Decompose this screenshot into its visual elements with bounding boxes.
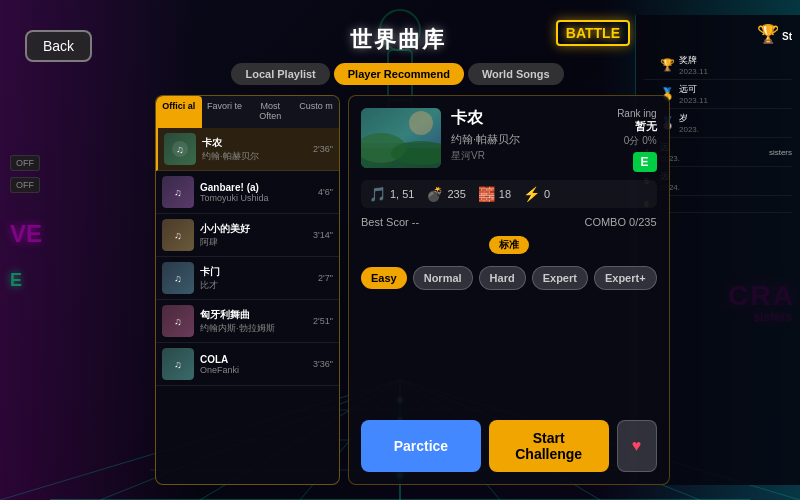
detail-cover <box>361 108 441 168</box>
list-tab-custom[interactable]: Custo m <box>293 96 339 128</box>
song-item-4[interactable]: ♫ 匈牙利舞曲 约翰内斯·勃拉姆斯 2'51" <box>156 300 339 343</box>
practice-button[interactable]: Parctice <box>361 420 481 472</box>
notes-icon: 🎵 <box>369 186 386 202</box>
back-button[interactable]: Back <box>25 30 92 62</box>
header: Back 世界曲库 <box>155 25 640 55</box>
stat-energy: ⚡ 0 <box>523 186 550 202</box>
song-artist-5: OneFanki <box>200 365 307 375</box>
song-name-4: 匈牙利舞曲 <box>200 308 307 322</box>
song-info-2: 小小的美好 阿肆 <box>200 222 307 249</box>
song-thumb-1: ♫ <box>162 176 194 208</box>
standard-badge: 标准 <box>489 236 529 254</box>
bombs-value: 235 <box>447 188 465 200</box>
diff-btn-expert-plus[interactable]: Expert+ <box>594 266 657 290</box>
svg-text:♫: ♫ <box>174 273 182 284</box>
svg-text:♫: ♫ <box>174 230 182 241</box>
song-artist-1: Tomoyuki Ushida <box>200 193 312 203</box>
song-detail-panel: 卡农 约翰·帕赫贝尔 星河VR Rank ing 暂无 0分 0% E 🎵 1,… <box>348 95 670 485</box>
song-info-1: Ganbare! (a) Tomoyuki Ushida <box>200 182 312 203</box>
walls-value: 18 <box>499 188 511 200</box>
tab-player-recommend[interactable]: Player Recommend <box>334 63 464 85</box>
tab-local-playlist[interactable]: Local Playlist <box>231 63 329 85</box>
song-artist-0: 约翰·帕赫贝尔 <box>202 150 307 163</box>
action-row: Parctice Start Challenge ♥ <box>361 420 657 472</box>
song-artist-3: 比才 <box>200 279 312 292</box>
song-thumb-4: ♫ <box>162 305 194 337</box>
svg-text:♫: ♫ <box>174 359 182 370</box>
combo-value: COMBO 0/235 <box>584 216 656 228</box>
list-tab-official[interactable]: Offici al <box>156 96 202 128</box>
off-label-2: OFF <box>10 177 40 193</box>
energy-value: 0 <box>544 188 550 200</box>
best-score-label: Best Scor -- <box>361 216 419 228</box>
song-list: ♫ 卡农 约翰·帕赫贝尔 2'36" ♫ <box>156 128 339 485</box>
difficulty-badge-e: E <box>633 152 657 172</box>
detail-rank-area: Rank ing 暂无 0分 0% E <box>617 108 656 172</box>
song-duration-2: 3'14" <box>313 230 333 240</box>
song-artist-2: 阿肆 <box>200 236 307 249</box>
list-tab-bar: Offici al Favori te Most Often Custo m <box>156 96 339 128</box>
song-item-1[interactable]: ♫ Ganbare! (a) Tomoyuki Ushida 4'6" <box>156 171 339 214</box>
song-thumb-0: ♫ <box>164 133 196 165</box>
song-info-4: 匈牙利舞曲 约翰内斯·勃拉姆斯 <box>200 308 307 335</box>
stat-walls: 🧱 18 <box>478 186 511 202</box>
notes-value: 1, 51 <box>390 188 414 200</box>
song-info-5: COLA OneFanki <box>200 354 307 375</box>
off-label-1: OFF <box>10 155 40 171</box>
left-deco-e: E <box>10 270 22 291</box>
detail-title-area: 卡农 约翰·帕赫贝尔 星河VR <box>451 108 607 163</box>
diff-btn-easy[interactable]: Easy <box>361 267 407 289</box>
song-item-2[interactable]: ♫ 小小的美好 阿肆 3'14" <box>156 214 339 257</box>
standard-area: 标准 <box>361 236 657 258</box>
stats-row: 🎵 1, 51 💣 235 🧱 18 ⚡ 0 <box>361 180 657 208</box>
difficulty-row: Easy Normal Hard Expert Expert+ <box>361 266 657 290</box>
diff-btn-expert[interactable]: Expert <box>532 266 588 290</box>
song-duration-0: 2'36" <box>313 144 333 154</box>
page-title: 世界曲库 <box>155 25 640 55</box>
leaderboard-item-1: 🏆 奖牌 2023.11 <box>644 51 792 80</box>
song-duration-1: 4'6" <box>318 187 333 197</box>
tab-navigation: Local Playlist Player Recommend World So… <box>155 63 640 85</box>
detail-artist: 约翰·帕赫贝尔 <box>451 132 607 147</box>
song-info-3: 卡门 比才 <box>200 265 312 292</box>
song-list-panel: Offici al Favori te Most Often Custo m ♫ <box>155 95 340 485</box>
list-tab-most-often[interactable]: Most Often <box>248 96 294 128</box>
detail-header: 卡农 约翰·帕赫贝尔 星河VR Rank ing 暂无 0分 0% E <box>361 108 657 172</box>
favorite-button[interactable]: ♥ <box>617 420 657 472</box>
song-duration-4: 2'51" <box>313 316 333 326</box>
list-tab-favorite[interactable]: Favori te <box>202 96 248 128</box>
song-item-5[interactable]: ♫ COLA OneFanki 3'36" <box>156 343 339 386</box>
detail-song-name: 卡农 <box>451 108 607 129</box>
song-thumb-2: ♫ <box>162 219 194 251</box>
song-info-0: 卡农 约翰·帕赫贝尔 <box>202 136 307 163</box>
song-name-5: COLA <box>200 354 307 365</box>
start-challenge-button[interactable]: Start Challenge <box>489 420 609 472</box>
svg-text:♫: ♫ <box>174 187 182 198</box>
song-item-3[interactable]: ♫ 卡门 比才 2'7" <box>156 257 339 300</box>
song-name-3: 卡门 <box>200 265 312 279</box>
left-off-labels: OFF OFF <box>10 155 40 196</box>
ranking-value: 暂无 <box>617 119 656 134</box>
energy-icon: ⚡ <box>523 186 540 202</box>
ranking-label: Rank ing <box>617 108 656 119</box>
main-container: Back 世界曲库 Local Playlist Player Recommen… <box>155 25 640 475</box>
svg-text:♫: ♫ <box>176 144 184 155</box>
walls-icon: 🧱 <box>478 186 495 202</box>
score-row: Best Scor -- COMBO 0/235 <box>361 216 657 228</box>
ranking-score: 0分 0% <box>617 134 656 148</box>
song-duration-5: 3'36" <box>313 359 333 369</box>
song-item-0[interactable]: ♫ 卡农 约翰·帕赫贝尔 2'36" <box>156 128 339 171</box>
song-thumb-3: ♫ <box>162 262 194 294</box>
diff-btn-normal[interactable]: Normal <box>413 266 473 290</box>
diff-btn-hard[interactable]: Hard <box>479 266 526 290</box>
song-thumb-5: ♫ <box>162 348 194 380</box>
content-area: Offici al Favori te Most Often Custo m ♫ <box>155 95 640 485</box>
svg-text:♫: ♫ <box>174 316 182 327</box>
song-name-1: Ganbare! (a) <box>200 182 312 193</box>
song-name-0: 卡农 <box>202 136 307 150</box>
tab-world-songs[interactable]: World Songs <box>468 63 564 85</box>
stat-bombs: 💣 235 <box>426 186 465 202</box>
stat-notes: 🎵 1, 51 <box>369 186 414 202</box>
bombs-icon: 💣 <box>426 186 443 202</box>
right-panel-title: 🏆 St <box>644 23 792 45</box>
